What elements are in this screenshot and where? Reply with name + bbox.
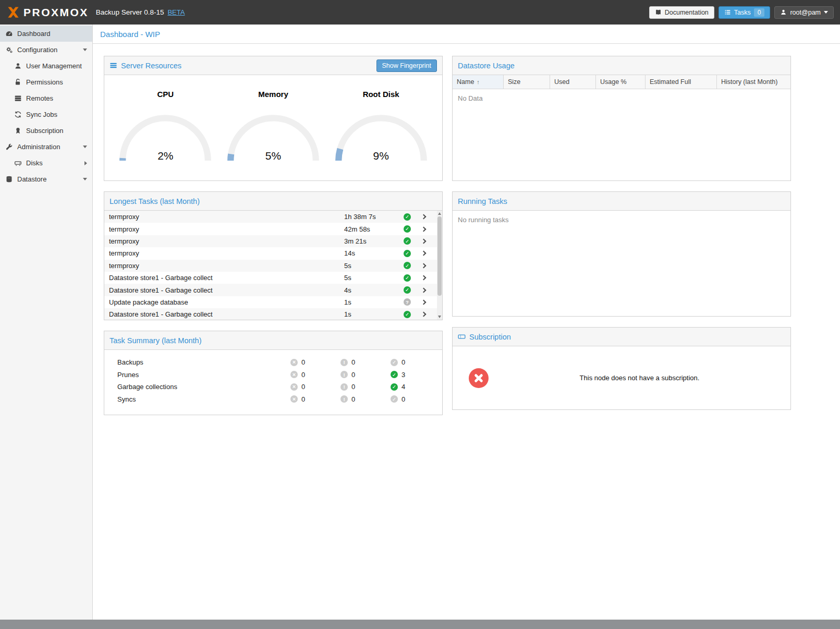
- chevron-down-icon: [824, 11, 828, 14]
- running-tasks-empty-text: No running tasks: [453, 211, 790, 229]
- task-row[interactable]: Datastore store1 - Garbage collect 4s: [104, 284, 437, 296]
- summary-row: Syncs 0 0: [104, 393, 442, 406]
- summary-row: Garbage collections 0 0: [104, 381, 442, 393]
- datastore-usage-panel: Datastore Usage Name ↑ Size Used Usage %…: [452, 56, 791, 181]
- user-icon: [14, 62, 22, 70]
- sort-asc-icon: ↑: [477, 79, 480, 85]
- sidebar-item-subscription[interactable]: Subscription: [0, 123, 92, 139]
- longest-tasks-header: Longest Tasks (last Month): [104, 192, 442, 211]
- book-icon: [655, 9, 662, 16]
- task-duration: 1s: [344, 298, 399, 306]
- tasks-count-badge: 0: [754, 8, 765, 17]
- column-header-history[interactable]: History (last Month): [717, 75, 790, 89]
- scroll-up-icon[interactable]: [438, 212, 441, 215]
- beta-link[interactable]: BETA: [167, 8, 185, 16]
- ok-icon: [391, 395, 398, 403]
- task-open[interactable]: [416, 239, 431, 243]
- sidebar-item-user-management[interactable]: User Management: [0, 58, 92, 74]
- task-duration: 5s: [344, 274, 399, 282]
- summary-label: Syncs: [104, 395, 290, 403]
- summary-label: Prunes: [104, 371, 290, 379]
- task-open[interactable]: [416, 276, 431, 280]
- user-menu-label: root@pam: [790, 9, 821, 16]
- chevron-right-icon: [421, 239, 426, 244]
- task-row[interactable]: termproxy 1h 38m 7s: [104, 211, 437, 223]
- column-header-used[interactable]: Used: [550, 75, 596, 89]
- column-header-estimated-full[interactable]: Estimated Full: [646, 75, 717, 89]
- task-open[interactable]: [416, 264, 431, 268]
- error-icon: [290, 371, 298, 378]
- sidebar-item-sync-jobs[interactable]: Sync Jobs: [0, 106, 92, 123]
- warning-icon: [340, 371, 348, 378]
- summary-errors: 0: [290, 395, 340, 403]
- task-row[interactable]: Datastore store1 - Garbage collect 1s: [104, 308, 437, 320]
- bottom-bar: [0, 620, 840, 629]
- sync-icon: [14, 111, 22, 118]
- task-open[interactable]: [416, 288, 431, 292]
- documentation-button[interactable]: Documentation: [649, 6, 714, 19]
- no-subscription-icon: [469, 368, 489, 388]
- task-duration: 42m 58s: [344, 225, 399, 233]
- task-open[interactable]: [416, 312, 431, 316]
- task-row[interactable]: termproxy 5s: [104, 260, 437, 272]
- task-row[interactable]: termproxy 3m 21s: [104, 235, 437, 247]
- user-menu-button[interactable]: root@pam: [774, 6, 834, 19]
- sidebar-item-dashboard[interactable]: Dashboard: [0, 26, 92, 42]
- warning-count: 0: [351, 383, 355, 391]
- ok-count: 4: [401, 383, 405, 391]
- scrollbar[interactable]: [437, 211, 442, 320]
- sidebar-item-disks[interactable]: Disks: [0, 155, 92, 171]
- chevron-down-icon[interactable]: [83, 49, 87, 51]
- documentation-label: Documentation: [665, 9, 709, 16]
- longest-tasks-panel: Longest Tasks (last Month) termproxy 1h …: [104, 191, 443, 320]
- subscription-body: This node does not have a subscription.: [453, 346, 790, 409]
- chevron-down-icon[interactable]: [83, 146, 87, 148]
- chevron-right-icon: [421, 299, 426, 305]
- task-name: Datastore store1 - Garbage collect: [104, 286, 344, 294]
- running-tasks-panel: Running Tasks No running tasks: [452, 191, 791, 317]
- sidebar-item-configuration[interactable]: Configuration: [0, 42, 92, 58]
- task-open[interactable]: [416, 251, 431, 255]
- tasks-button[interactable]: Tasks 0: [719, 6, 771, 19]
- sidebar-item-remotes[interactable]: Remotes: [0, 90, 92, 106]
- task-row[interactable]: termproxy 14s: [104, 247, 437, 259]
- sidebar-item-label: Configuration: [17, 46, 57, 54]
- scroll-thumb[interactable]: [437, 216, 442, 296]
- task-summary-header: Task Summary (last Month): [104, 331, 442, 350]
- task-open[interactable]: [416, 300, 431, 304]
- sidebar-item-datastore[interactable]: Datastore: [0, 171, 92, 187]
- gauge-value: 9%: [331, 150, 431, 162]
- task-row[interactable]: Datastore store1 - Garbage collect 5s: [104, 272, 437, 284]
- running-tasks-title: Running Tasks: [458, 197, 507, 205]
- column-header-name[interactable]: Name ↑: [453, 75, 504, 89]
- page-title: Dashboard - WIP: [100, 30, 160, 39]
- sidebar-item-permissions[interactable]: Permissions: [0, 74, 92, 90]
- summary-ok: 4: [391, 383, 441, 391]
- topbar: PROXMOX Backup Server 0.8-15 BETA Docume…: [0, 0, 840, 25]
- task-name: termproxy: [104, 249, 344, 257]
- ok-icon: [391, 371, 398, 378]
- warning-count: 0: [351, 358, 355, 366]
- gauges: CPU 2% Memory: [104, 75, 442, 164]
- chevron-right-icon[interactable]: [84, 161, 87, 165]
- task-row[interactable]: termproxy 42m 58s: [104, 223, 437, 235]
- show-fingerprint-button[interactable]: Show Fingerprint: [376, 59, 437, 72]
- sidebar: Dashboard Configuration User Management: [0, 25, 93, 620]
- column-header-size[interactable]: Size: [504, 75, 550, 89]
- task-name: termproxy: [104, 225, 344, 233]
- task-duration: 14s: [344, 249, 399, 257]
- scroll-down-icon[interactable]: [438, 316, 441, 318]
- error-count: 0: [301, 383, 305, 391]
- datastore-grid-header: Name ↑ Size Used Usage % Estimated Full …: [453, 75, 790, 89]
- column-header-usage[interactable]: Usage %: [596, 75, 646, 89]
- task-open[interactable]: [416, 215, 431, 219]
- chevron-down-icon[interactable]: [83, 178, 87, 180]
- summary-warnings: 0: [340, 371, 391, 379]
- sidebar-item-administration[interactable]: Administration: [0, 139, 92, 155]
- task-open[interactable]: [416, 227, 431, 231]
- datastore-usage-header: Datastore Usage: [453, 56, 790, 75]
- summary-ok: 0: [391, 358, 441, 366]
- subscription-title: Subscription: [469, 333, 511, 341]
- task-row[interactable]: Update package database 1s: [104, 296, 437, 308]
- chevron-right-icon: [421, 263, 426, 268]
